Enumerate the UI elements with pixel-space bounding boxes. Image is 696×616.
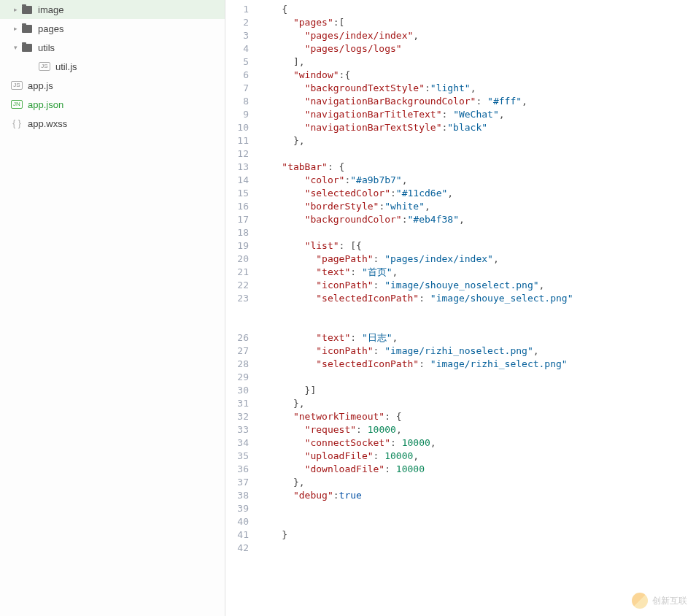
code-line[interactable]: "navigationBarTitleText": "WeChat", [259,108,696,121]
code-line[interactable]: "networkTimeout": { [259,410,696,423]
code-line[interactable]: "iconPath": "image/rizhi_noselect.png", [259,344,696,358]
line-number: 26 [225,331,249,344]
tree-item-label: image [38,4,63,15]
line-number: 16 [225,200,249,213]
line-number: 21 [225,266,249,279]
line-number: 33 [225,423,249,436]
line-number: 41 [225,528,249,542]
code-line[interactable]: "downloadFile": 10000 [259,463,696,476]
code-line[interactable] [259,502,696,515]
folder-icon [20,25,34,33]
scrollbar[interactable] [690,0,696,616]
code-line[interactable]: "text": "首页", [259,266,696,279]
code-line[interactable]: "request": 10000, [259,423,696,436]
code-line[interactable]: "debug":true [259,489,696,502]
code-editor[interactable]: 1234567891011121314151617181920212223 26… [225,0,696,616]
line-number: 18 [225,226,249,239]
code-line[interactable]: { [259,3,696,16]
line-number: 35 [225,450,249,463]
line-number: 22 [225,279,249,292]
line-number: 17 [225,213,249,226]
code-line[interactable]: "list": [{ [259,239,696,253]
folder-icon [20,44,34,52]
code-line[interactable]: "tabBar": { [259,161,696,174]
watermark: 创新互联 [632,593,687,609]
code-line[interactable]: "pages/index/index", [259,29,696,42]
line-number: 4 [225,42,249,55]
code-line[interactable]: }, [259,134,696,147]
line-number: 11 [225,134,249,147]
code-line[interactable]: }, [259,397,696,410]
code-line[interactable]: "navigationBarBackgroundColor": "#fff", [259,95,696,108]
tree-item-app-wxss[interactable]: { }app.wxss [0,114,225,133]
code-line[interactable]: }] [259,384,696,397]
line-number: 38 [225,489,249,502]
folder-icon [20,6,34,14]
tree-item-pages[interactable]: ▸pages [0,19,225,38]
code-line[interactable]: "selectedIconPath": "image/shouye_select… [259,292,696,305]
tree-arrow-icon[interactable]: ▾ [10,44,20,51]
code-line[interactable] [259,542,696,555]
code-line[interactable]: "color":"#a9b7b7", [259,174,696,187]
line-number: 5 [225,55,249,69]
line-number-gutter: 1234567891011121314151617181920212223 26… [225,0,259,616]
watermark-logo-icon [632,593,648,609]
code-line[interactable]: "connectSocket": 10000, [259,436,696,450]
tree-item-image[interactable]: ▸image [0,0,225,19]
wxss-file-icon: { } [10,120,23,127]
tree-item-label: util.js [55,61,77,72]
code-line[interactable]: "backgroundTextStyle":"light", [259,82,696,95]
code-line[interactable]: "pages/logs/logs" [259,42,696,55]
line-number: 10 [225,121,249,134]
json-file-icon: JN [10,100,23,109]
line-number: 39 [225,502,249,515]
line-number: 7 [225,82,249,95]
line-number: 8 [225,95,249,108]
code-line[interactable]: "selectedIconPath": "image/rizhi_select.… [259,358,696,371]
line-number: 23 [225,292,249,305]
code-content[interactable]: { "pages":[ "pages/index/index", "pages/… [259,0,696,616]
code-line[interactable]: "borderStyle":"white", [259,200,696,213]
code-line[interactable] [259,226,696,239]
tree-item-utils[interactable]: ▾utils [0,38,225,57]
line-number: 2 [225,16,249,29]
tree-item-label: app.json [28,99,63,110]
line-number: 28 [225,358,249,371]
code-line[interactable]: "window":{ [259,69,696,82]
line-number: 9 [225,108,249,121]
tree-item-util-js[interactable]: JSutil.js [0,57,225,76]
js-file-icon: JS [38,62,51,71]
tree-item-app-json[interactable]: JNapp.json [0,95,225,114]
line-number: 14 [225,174,249,187]
code-line[interactable]: } [259,528,696,542]
line-number: 30 [225,384,249,397]
code-line[interactable]: "backgroundColor":"#eb4f38", [259,213,696,226]
code-line[interactable]: "pages":[ [259,16,696,29]
tree-arrow-icon[interactable]: ▸ [10,25,20,32]
code-line[interactable]: "navigationBarTextStyle":"black" [259,121,696,134]
line-number: 42 [225,542,249,555]
code-line[interactable] [259,515,696,528]
line-number: 13 [225,161,249,174]
code-line[interactable]: "selectedColor":"#11cd6e", [259,187,696,200]
tree-item-app-js[interactable]: JSapp.js [0,76,225,95]
line-number: 15 [225,187,249,200]
code-line[interactable]: "iconPath": "image/shouye_noselect.png", [259,279,696,292]
line-number: 31 [225,397,249,410]
code-line[interactable] [259,147,696,161]
line-number: 6 [225,69,249,82]
code-line[interactable]: ], [259,55,696,69]
file-tree-sidebar[interactable]: ▸image▸pages▾utilsJSutil.jsJSapp.jsJNapp… [0,0,225,616]
code-line[interactable]: "pagePath": "pages/index/index", [259,253,696,266]
line-number: 36 [225,463,249,476]
code-line[interactable]: "uploadFile": 10000, [259,450,696,463]
tree-arrow-icon[interactable]: ▸ [10,6,20,13]
code-line[interactable] [259,371,696,384]
code-line[interactable]: "text": "日志", [259,331,696,344]
tree-item-label: utils [38,42,55,53]
code-line[interactable]: }, [259,476,696,489]
tree-item-label: app.js [28,80,53,91]
line-number: 34 [225,436,249,450]
line-number: 12 [225,147,249,161]
line-number: 3 [225,29,249,42]
